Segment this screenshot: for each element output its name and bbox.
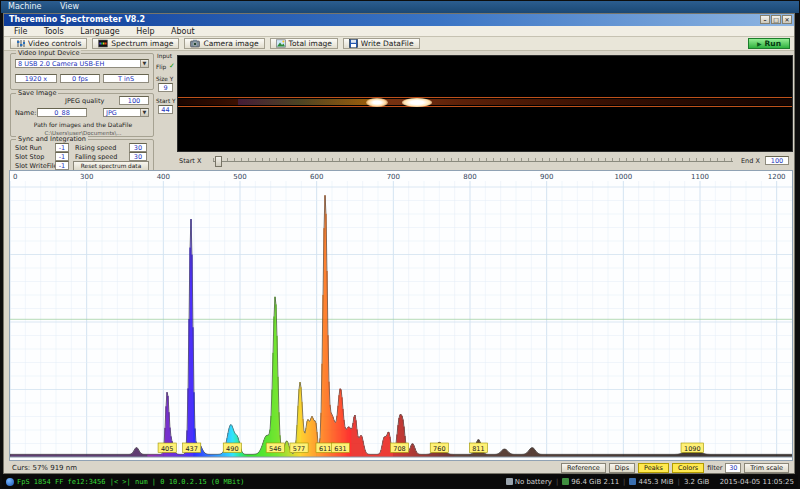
app-window: Theremino Spectrometer V8.2 – □ ✕ File T… [3, 13, 795, 474]
vm-status-text: FpS 1854 FF fe12:3456 |< >| num | 0 10.0… [17, 478, 245, 486]
start-y-field[interactable]: 44 [158, 105, 173, 114]
bright-line-blob [366, 98, 388, 107]
menu-file[interactable]: File [7, 27, 34, 36]
svg-text:490: 490 [226, 445, 238, 453]
falling-speed-field[interactable]: 30 [129, 152, 147, 161]
memory-icon [629, 478, 636, 485]
svg-text:577: 577 [293, 445, 305, 453]
reference-button[interactable]: Reference [561, 463, 606, 473]
start-y-label: Start Y [156, 97, 176, 105]
svg-text:1090: 1090 [684, 445, 701, 453]
vm-menu-view[interactable]: View [60, 2, 79, 11]
filter-field[interactable]: 30 [725, 463, 741, 473]
window-title: Theremino Spectrometer V8.2 [9, 15, 145, 24]
video-controls-button[interactable]: Video controls [10, 38, 87, 49]
size-y-label: Size Y [156, 75, 173, 83]
floppy-disk-icon [349, 39, 358, 48]
maximize-button[interactable]: □ [771, 15, 781, 24]
check-icon[interactable]: ✓ [169, 62, 175, 70]
resolution-field[interactable]: 1920 x [15, 74, 57, 83]
end-x-field[interactable]: 100 [765, 156, 789, 165]
chevron-down-icon: ▼ [140, 60, 148, 67]
image-name-field[interactable]: 0_88 [37, 108, 87, 117]
spectrum-chart[interactable]: 0300400500600700800900100011001200405437… [10, 171, 792, 460]
svg-text:700: 700 [387, 173, 400, 181]
slot-writefile-label: Slot WriteFile [15, 162, 58, 170]
vm-icon[interactable] [6, 478, 14, 486]
vm-statusbar: FpS 1854 FF fe12:3456 |< >| num | 0 10.0… [2, 475, 798, 488]
svg-text:1000: 1000 [614, 173, 632, 181]
jpeg-quality-field[interactable]: 100 [119, 96, 149, 105]
total-image-label: Total image [289, 39, 332, 48]
camera-preview[interactable] [177, 55, 793, 152]
falling-speed-label: Falling speed [75, 153, 118, 161]
close-button[interactable]: ✕ [782, 15, 792, 24]
size-y-field[interactable]: 9 [158, 83, 173, 92]
sync-group: Sync and Integration Slot Run -1 Rising … [10, 139, 154, 173]
exposure-field[interactable]: T inS [103, 74, 149, 83]
svg-text:631: 631 [334, 445, 346, 453]
menu-language[interactable]: Language [73, 27, 126, 36]
titlebar[interactable]: Theremino Spectrometer V8.2 – □ ✕ [4, 14, 794, 26]
trim-scale-button[interactable]: Trim scale [744, 463, 789, 473]
cursor-readout: Curs: 57% 919 nm [12, 464, 77, 472]
path-label: Path for images and the DataFile [11, 121, 155, 129]
dips-button[interactable]: Dips [609, 463, 635, 473]
spectrum-chart-panel: 0300400500600700800900100011001200405437… [9, 170, 793, 461]
svg-text:900: 900 [540, 173, 553, 181]
chevron-down-icon: ▼ [140, 109, 148, 116]
svg-text:0: 0 [13, 173, 17, 181]
jpeg-quality-label: JPEG quality [65, 97, 104, 105]
save-image-group-title: Save Image [16, 90, 58, 97]
slot-stop-field[interactable]: -1 [55, 152, 69, 161]
svg-text:300: 300 [80, 173, 93, 181]
peaks-button[interactable]: Peaks [638, 463, 669, 473]
chart-footer: Curs: 57% 919 nm Reference Dips Peaks Co… [4, 461, 794, 475]
camera-icon [190, 39, 200, 48]
menu-about[interactable]: About [164, 27, 202, 36]
svg-text:1100: 1100 [691, 173, 709, 181]
video-device-value: 8 USB 2.0 Camera USB-EH [18, 60, 104, 68]
format-value: JPG [106, 109, 117, 117]
total-image-button[interactable]: Total image [270, 38, 338, 49]
start-x-slider-thumb[interactable] [215, 156, 222, 167]
menu-tools[interactable]: Tools [37, 27, 71, 36]
svg-text:400: 400 [157, 173, 170, 181]
toolbar: Video controls Spectrum image Camera ima… [4, 37, 794, 51]
battery-status: No battery [515, 478, 552, 486]
svg-text:611: 611 [319, 445, 331, 453]
rising-speed-field[interactable]: 30 [129, 143, 147, 152]
start-x-slider[interactable] [213, 161, 733, 162]
fps-field[interactable]: 0 fps [60, 74, 100, 83]
slot-run-field[interactable]: -1 [55, 143, 69, 152]
end-x-label: End X [741, 157, 760, 165]
menubar: File Tools Language Help About [4, 26, 794, 37]
battery-icon [506, 478, 513, 485]
minimize-button[interactable]: – [760, 15, 770, 24]
image-icon [276, 39, 286, 48]
spectrum-image-button[interactable]: Spectrum image [92, 38, 179, 49]
colors-button[interactable]: Colors [672, 463, 704, 473]
spectrum-image-label: Spectrum image [111, 39, 173, 48]
svg-text:708: 708 [393, 445, 405, 453]
write-datafile-button[interactable]: Write DataFile [343, 38, 420, 49]
scan-region-top-line [178, 97, 792, 98]
format-select[interactable]: JPG ▼ [103, 108, 149, 117]
svg-text:760: 760 [433, 445, 445, 453]
camera-image-button[interactable]: Camera image [184, 38, 264, 49]
input-panel-title: Input [157, 52, 172, 60]
disk-icon [562, 478, 569, 485]
svg-text:500: 500 [233, 173, 246, 181]
play-icon: ▶ [757, 40, 762, 47]
slot-writefile-field[interactable]: -1 [55, 161, 69, 170]
disk-status: 96.4 GiB 2.11 [571, 478, 619, 486]
video-device-select[interactable]: 8 USB 2.0 Camera USB-EH ▼ [15, 59, 149, 68]
vm-menu-machine[interactable]: Machine [8, 2, 42, 11]
spectrum-strip-colors [238, 99, 373, 105]
start-x-label: Start X [179, 157, 201, 165]
run-button[interactable]: ▶ Run [748, 38, 790, 49]
menu-help[interactable]: Help [129, 27, 161, 36]
video-controls-label: Video controls [28, 39, 81, 48]
name-label: Name: [15, 109, 36, 117]
video-input-group: Video Input Device 8 USB 2.0 Camera USB-… [10, 53, 154, 90]
